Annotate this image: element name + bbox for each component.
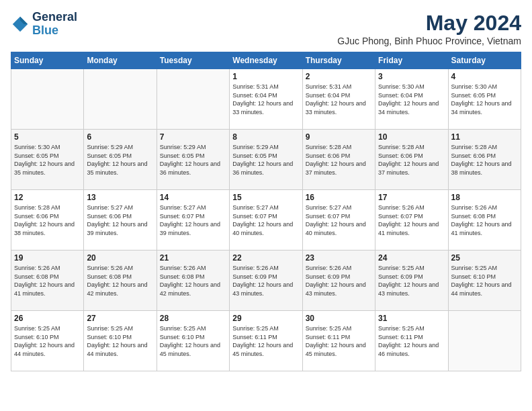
calendar-week-2: 5Sunrise: 5:30 AMSunset: 6:05 PMDaylight… — [11, 130, 521, 190]
logo: General Blue — [11, 11, 77, 38]
title-block: May 2024 GJuc Phong, Binh Phuoc Province… — [337, 11, 521, 46]
day-info: Sunrise: 5:26 AMSunset: 6:07 PMDaylight:… — [378, 203, 445, 237]
day-info: Sunrise: 5:26 AMSunset: 6:08 PMDaylight:… — [87, 264, 153, 298]
calendar-cell: 1Sunrise: 5:31 AMSunset: 6:04 PMDaylight… — [230, 69, 302, 130]
day-number: 17 — [378, 193, 445, 202]
day-info: Sunrise: 5:30 AMSunset: 6:05 PMDaylight:… — [451, 83, 518, 116]
weekday-header-monday: Monday — [84, 52, 157, 69]
day-number: 20 — [87, 253, 153, 263]
day-info: Sunrise: 5:26 AMSunset: 6:09 PMDaylight:… — [306, 264, 372, 298]
logo-text: General Blue — [32, 11, 77, 38]
day-info: Sunrise: 5:25 AMSunset: 6:10 PMDaylight:… — [87, 324, 153, 358]
calendar-cell: 28Sunrise: 5:25 AMSunset: 6:10 PMDayligh… — [157, 311, 229, 371]
day-info: Sunrise: 5:28 AMSunset: 6:06 PMDaylight:… — [306, 143, 372, 177]
day-number: 7 — [160, 132, 226, 142]
calendar-cell: 29Sunrise: 5:25 AMSunset: 6:11 PMDayligh… — [230, 311, 302, 371]
weekday-header-sunday: Sunday — [11, 52, 84, 69]
day-number: 2 — [306, 72, 372, 81]
calendar-cell: 8Sunrise: 5:29 AMSunset: 6:05 PMDaylight… — [230, 130, 302, 190]
logo-icon — [11, 15, 30, 34]
day-number: 30 — [306, 314, 372, 323]
day-number: 28 — [160, 314, 226, 323]
calendar-cell: 12Sunrise: 5:28 AMSunset: 6:06 PMDayligh… — [11, 190, 84, 250]
calendar-cell: 27Sunrise: 5:25 AMSunset: 6:10 PMDayligh… — [84, 311, 157, 371]
calendar-cell: 11Sunrise: 5:28 AMSunset: 6:06 PMDayligh… — [448, 130, 521, 190]
calendar-cell: 6Sunrise: 5:29 AMSunset: 6:05 PMDaylight… — [84, 130, 157, 190]
day-info: Sunrise: 5:29 AMSunset: 6:05 PMDaylight:… — [160, 143, 226, 177]
day-info: Sunrise: 5:25 AMSunset: 6:11 PMDaylight:… — [378, 324, 445, 358]
calendar-week-3: 12Sunrise: 5:28 AMSunset: 6:06 PMDayligh… — [11, 190, 521, 250]
calendar-cell: 9Sunrise: 5:28 AMSunset: 6:06 PMDaylight… — [302, 130, 375, 190]
day-number: 29 — [232, 314, 299, 323]
day-number: 22 — [232, 253, 299, 263]
day-info: Sunrise: 5:27 AMSunset: 6:07 PMDaylight:… — [232, 203, 299, 237]
day-info: Sunrise: 5:28 AMSunset: 6:06 PMDaylight:… — [451, 143, 518, 177]
calendar-cell: 16Sunrise: 5:27 AMSunset: 6:07 PMDayligh… — [302, 190, 375, 250]
calendar-cell — [84, 69, 157, 130]
calendar-cell: 15Sunrise: 5:27 AMSunset: 6:07 PMDayligh… — [230, 190, 302, 250]
calendar-cell — [11, 69, 84, 130]
calendar-cell: 19Sunrise: 5:26 AMSunset: 6:08 PMDayligh… — [11, 250, 84, 311]
calendar-cell: 14Sunrise: 5:27 AMSunset: 6:07 PMDayligh… — [157, 190, 229, 250]
day-number: 12 — [14, 193, 81, 202]
calendar-cell: 25Sunrise: 5:25 AMSunset: 6:10 PMDayligh… — [448, 250, 521, 311]
calendar-cell: 18Sunrise: 5:26 AMSunset: 6:08 PMDayligh… — [448, 190, 521, 250]
weekday-header-thursday: Thursday — [302, 52, 375, 69]
day-number: 26 — [14, 314, 81, 323]
location-subtitle: GJuc Phong, Binh Phuoc Province, Vietnam — [337, 36, 521, 46]
day-info: Sunrise: 5:28 AMSunset: 6:06 PMDaylight:… — [14, 203, 81, 237]
day-info: Sunrise: 5:28 AMSunset: 6:06 PMDaylight:… — [378, 143, 445, 177]
calendar-cell: 31Sunrise: 5:25 AMSunset: 6:11 PMDayligh… — [375, 311, 448, 371]
weekday-header-friday: Friday — [375, 52, 448, 69]
day-number: 1 — [232, 72, 299, 81]
day-number: 13 — [87, 193, 153, 202]
calendar-cell: 7Sunrise: 5:29 AMSunset: 6:05 PMDaylight… — [157, 130, 229, 190]
calendar-week-1: 1Sunrise: 5:31 AMSunset: 6:04 PMDaylight… — [11, 69, 521, 130]
day-number: 16 — [306, 193, 372, 202]
day-number: 19 — [14, 253, 81, 263]
calendar-cell: 26Sunrise: 5:25 AMSunset: 6:10 PMDayligh… — [11, 311, 84, 371]
day-info: Sunrise: 5:25 AMSunset: 6:09 PMDaylight:… — [378, 264, 445, 298]
day-number: 25 — [451, 253, 518, 263]
day-number: 3 — [378, 72, 445, 81]
day-number: 5 — [14, 132, 81, 142]
day-number: 11 — [451, 132, 518, 142]
month-title: May 2024 — [337, 11, 521, 36]
calendar-cell: 10Sunrise: 5:28 AMSunset: 6:06 PMDayligh… — [375, 130, 448, 190]
day-info: Sunrise: 5:26 AMSunset: 6:08 PMDaylight:… — [451, 203, 518, 237]
day-info: Sunrise: 5:30 AMSunset: 6:05 PMDaylight:… — [14, 143, 81, 177]
calendar-cell: 13Sunrise: 5:27 AMSunset: 6:06 PMDayligh… — [84, 190, 157, 250]
page-header: General Blue May 2024 GJuc Phong, Binh P… — [11, 11, 521, 46]
calendar-cell: 23Sunrise: 5:26 AMSunset: 6:09 PMDayligh… — [302, 250, 375, 311]
day-info: Sunrise: 5:29 AMSunset: 6:05 PMDaylight:… — [87, 143, 153, 177]
day-info: Sunrise: 5:25 AMSunset: 6:10 PMDaylight:… — [14, 324, 81, 358]
day-number: 6 — [87, 132, 153, 142]
day-info: Sunrise: 5:25 AMSunset: 6:10 PMDaylight:… — [451, 264, 518, 298]
calendar-cell: 2Sunrise: 5:31 AMSunset: 6:04 PMDaylight… — [302, 69, 375, 130]
calendar-cell: 21Sunrise: 5:26 AMSunset: 6:08 PMDayligh… — [157, 250, 229, 311]
calendar-week-5: 26Sunrise: 5:25 AMSunset: 6:10 PMDayligh… — [11, 311, 521, 371]
calendar-week-4: 19Sunrise: 5:26 AMSunset: 6:08 PMDayligh… — [11, 250, 521, 311]
day-number: 4 — [451, 72, 518, 81]
day-info: Sunrise: 5:31 AMSunset: 6:04 PMDaylight:… — [232, 83, 299, 116]
day-number: 23 — [306, 253, 372, 263]
day-number: 24 — [378, 253, 445, 263]
weekday-header-tuesday: Tuesday — [157, 52, 229, 69]
calendar-cell: 22Sunrise: 5:26 AMSunset: 6:09 PMDayligh… — [230, 250, 302, 311]
calendar-cell: 20Sunrise: 5:26 AMSunset: 6:08 PMDayligh… — [84, 250, 157, 311]
day-info: Sunrise: 5:26 AMSunset: 6:09 PMDaylight:… — [232, 264, 299, 298]
calendar-cell: 5Sunrise: 5:30 AMSunset: 6:05 PMDaylight… — [11, 130, 84, 190]
day-number: 15 — [232, 193, 299, 202]
day-info: Sunrise: 5:26 AMSunset: 6:08 PMDaylight:… — [14, 264, 81, 298]
day-info: Sunrise: 5:27 AMSunset: 6:06 PMDaylight:… — [87, 203, 153, 237]
day-number: 9 — [306, 132, 372, 142]
weekday-header-row: SundayMondayTuesdayWednesdayThursdayFrid… — [11, 52, 521, 69]
calendar-cell: 24Sunrise: 5:25 AMSunset: 6:09 PMDayligh… — [375, 250, 448, 311]
calendar-table: SundayMondayTuesdayWednesdayThursdayFrid… — [11, 52, 521, 371]
calendar-cell — [448, 311, 521, 371]
day-number: 14 — [160, 193, 226, 202]
weekday-header-wednesday: Wednesday — [230, 52, 302, 69]
day-info: Sunrise: 5:25 AMSunset: 6:10 PMDaylight:… — [160, 324, 226, 358]
day-number: 27 — [87, 314, 153, 323]
day-number: 8 — [232, 132, 299, 142]
